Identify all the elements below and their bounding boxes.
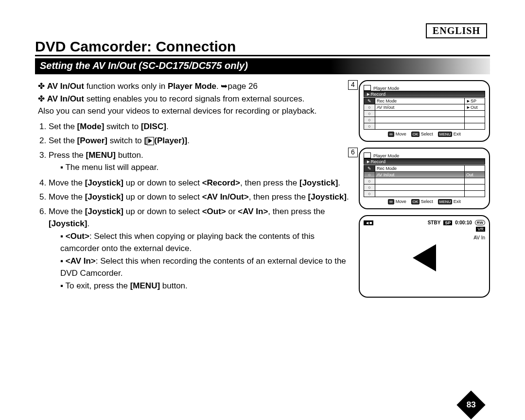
substep-item: The menu list will appear. [60, 161, 349, 174]
figure-label: 6 [348, 148, 358, 157]
step-item: Move the [Joystick] up or down to select… [49, 177, 349, 189]
rec-icon: ◄■ [364, 220, 373, 225]
play-triangle-icon [413, 244, 436, 271]
substep-item: <AV In>: Select this when recording the … [60, 255, 349, 280]
screen-figure-6: 6 Player Mode ►Record ✎Rec Mode ○AV In/o… [359, 148, 490, 209]
step-item: Move the [Joystick] up or down to select… [49, 205, 349, 292]
section-heading: Setting the AV In/Out (SC-DC175/DC575 on… [35, 58, 490, 74]
page-number-badge: 83 [456, 390, 485, 419]
camera-icon [364, 152, 371, 158]
avin-label: AV In [364, 235, 485, 240]
play-icon [147, 137, 154, 145]
figure-label: 4 [348, 80, 358, 90]
note-item: AV In/Out setting enables you to record … [38, 93, 349, 118]
step-item: Press the [MENU] button. The menu list w… [49, 149, 349, 174]
screen-figure-4: 4 Player Mode ►Record ✎Rec Mode►SP ○AV I… [359, 80, 490, 142]
substep-item: To exit, press the [MENU] button. [60, 280, 349, 292]
vr-badge: VR [476, 227, 485, 232]
screen-stby: ◄■ STBY SP 0:00:10 RW VR AV In [359, 215, 490, 298]
step-item: Set the [Mode] switch to [DISC]. [49, 120, 349, 133]
menu-highlight: ►Record [364, 91, 485, 97]
menu-highlight: ►Record [364, 158, 485, 165]
camera-icon [364, 85, 371, 91]
step-item: Set the [Power] switch to [(Player)]. [49, 134, 349, 147]
language-label: ENGLISH [426, 23, 487, 38]
figure-column: 4 Player Mode ►Record ✎Rec Mode►SP ○AV I… [359, 80, 490, 303]
note-item: AV In/Out function works only in Player … [38, 80, 349, 93]
page-title: DVD Camcorder: Connection [35, 38, 490, 56]
substep-item: <Out>: Select this when copying or playi… [60, 230, 349, 255]
instruction-column: AV In/Out function works only in Player … [35, 80, 349, 303]
step-item: Move the [Joystick] up or down to select… [49, 191, 349, 203]
